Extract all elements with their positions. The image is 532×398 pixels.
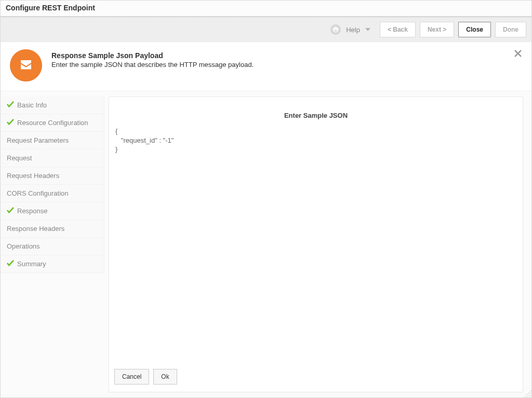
done-button[interactable]: Done (495, 22, 526, 37)
sidebar-item-response-headers[interactable]: Response Headers (1, 220, 104, 238)
sidebar-item-label: Summary (17, 260, 46, 268)
close-button[interactable]: Close (458, 22, 491, 37)
dialog-window: Configure REST Endpoint Help < Back Next… (0, 0, 532, 398)
dialog-title: Configure REST Endpoint (1, 1, 531, 17)
help-icon (330, 24, 341, 35)
sidebar-item-response[interactable]: Response (1, 202, 104, 220)
sidebar-item-label: Basic Info (17, 101, 47, 109)
svg-line-4 (529, 395, 531, 397)
resize-grip-icon[interactable] (522, 388, 531, 397)
check-icon (7, 260, 14, 268)
sidebar-item-label: Resource Configuration (17, 119, 88, 127)
check-icon (7, 207, 14, 215)
card-heading: Enter Sample JSON (109, 97, 523, 122)
svg-line-3 (527, 393, 531, 397)
main-card: Enter Sample JSON Cancel Ok (109, 97, 523, 392)
header-panel: Response Sample Json Payload Enter the s… (1, 42, 531, 91)
endpoint-icon (10, 49, 42, 81)
toolbar: Help < Back Next > Close Done (1, 18, 531, 42)
sidebar-item-request-parameters[interactable]: Request Parameters (1, 132, 104, 149)
check-icon (7, 101, 14, 109)
cancel-button[interactable]: Cancel (114, 369, 149, 385)
chevron-down-icon (365, 28, 370, 31)
sidebar-item-label: Request Parameters (7, 136, 69, 144)
sidebar-item-label: Request Headers (7, 172, 59, 180)
sidebar-item-label: Request (7, 154, 32, 162)
sidebar-item-label: Response (17, 207, 48, 215)
sidebar-item-cors-configuration[interactable]: CORS Configuration (1, 185, 104, 202)
sidebar-item-label: Operations (7, 242, 40, 250)
sidebar-item-operations[interactable]: Operations (1, 238, 104, 255)
next-button[interactable]: Next > (420, 22, 454, 37)
sidebar-item-label: Response Headers (7, 225, 64, 232)
sidebar-item-label: CORS Configuration (7, 189, 69, 197)
sidebar-item-basic-info[interactable]: Basic Info (1, 97, 104, 114)
card-footer: Cancel Ok (109, 364, 523, 392)
sidebar-item-request-headers[interactable]: Request Headers (1, 167, 104, 185)
header-subtitle: Enter the sample JSON that describes the… (51, 61, 254, 68)
body: Basic Info Resource Configuration Reques… (1, 91, 531, 397)
header-title: Response Sample Json Payload (51, 51, 254, 60)
help-label: Help (346, 26, 360, 34)
sidebar-item-summary[interactable]: Summary (1, 255, 104, 273)
ok-button[interactable]: Ok (153, 369, 177, 385)
close-icon[interactable] (514, 49, 522, 59)
help-menu[interactable]: Help (330, 24, 370, 35)
json-input[interactable] (114, 125, 517, 359)
wizard-sidebar: Basic Info Resource Configuration Reques… (1, 97, 104, 392)
back-button[interactable]: < Back (380, 22, 416, 37)
sidebar-item-request[interactable]: Request (1, 149, 104, 167)
check-icon (7, 119, 14, 127)
sidebar-item-resource-configuration[interactable]: Resource Configuration (1, 114, 104, 132)
